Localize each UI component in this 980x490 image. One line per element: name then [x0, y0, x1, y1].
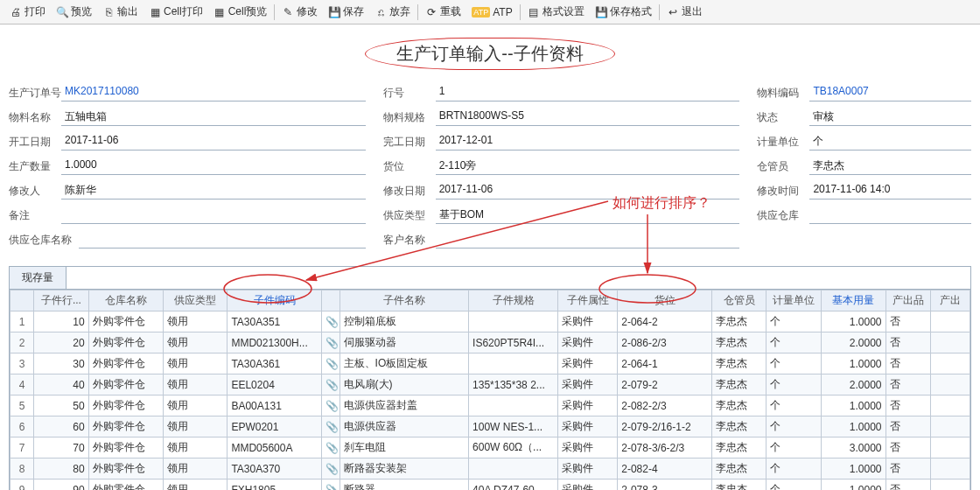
col-header[interactable]: 货位	[618, 290, 712, 312]
remark-field[interactable]	[61, 206, 366, 224]
line-label: 行号	[383, 86, 436, 101]
paperclip-icon: 📎	[322, 438, 340, 458]
location-field[interactable]: 2-110旁	[436, 158, 740, 175]
col-header[interactable]: 产出	[930, 290, 970, 312]
material-code-field[interactable]: TB18A0007	[809, 84, 971, 102]
form-col-right: 物料编码TB18A0007 状态审核 计量单位个 仓管员李忠杰 修改时间2017…	[757, 83, 971, 255]
col-header[interactable]	[322, 290, 340, 312]
col-header[interactable]: 基本用量	[821, 290, 886, 312]
col-header[interactable]: 产出品	[886, 290, 930, 312]
preview-button[interactable]: 🔍预览	[51, 3, 97, 21]
status-label: 状态	[757, 110, 809, 125]
end-date-field[interactable]: 2017-12-01	[436, 133, 740, 150]
uom-field[interactable]: 个	[809, 133, 971, 150]
exit-button[interactable]: ↩退出	[662, 3, 708, 21]
edit-button[interactable]: ✎修改	[276, 3, 323, 21]
mod-time-field[interactable]: 2017-11-06 14:0	[809, 182, 971, 200]
paperclip-icon: 📎	[322, 396, 340, 416]
reload-icon: ⟳	[425, 6, 438, 18]
paperclip-icon: 📎	[322, 458, 340, 480]
col-header[interactable]: 仓库名称	[88, 290, 163, 312]
qty-label: 生产数量	[9, 159, 61, 174]
col-header[interactable]: 子件编码	[228, 290, 322, 312]
table-row[interactable]: 440外购零件仓领用EEL0204📎电风扇(大)135*135*38 2...采…	[10, 374, 970, 396]
cellpreview-button[interactable]: ▦Cell预览	[208, 3, 273, 21]
table-row[interactable]: 110外购零件仓领用TA30A351📎控制箱底板采购件2-064-2李忠杰个1.…	[10, 312, 970, 332]
separator	[417, 4, 418, 20]
saveformat-icon: 💾	[595, 6, 607, 18]
preview-icon: 🔍	[56, 6, 68, 18]
table-row[interactable]: 770外购零件仓领用MMD05600A📎刹车电阻600W 60Ω（...采购件2…	[10, 438, 970, 458]
save-button[interactable]: 💾保存	[323, 3, 369, 21]
table-row[interactable]: 660外购零件仓领用EPW0201📎电源供应器100W NES-1...采购件2…	[10, 416, 970, 438]
tab-stock[interactable]: 现存量	[10, 267, 66, 289]
end-date-label: 完工日期	[383, 135, 436, 150]
keeper-field[interactable]: 李忠杰	[809, 158, 971, 175]
order-no-label: 生产订单号	[9, 86, 61, 101]
material-name-field[interactable]: 五轴电箱	[61, 108, 366, 126]
spec-field[interactable]: BRTN1800WS-S5	[436, 108, 740, 126]
paperclip-icon: 📎	[322, 416, 340, 438]
title-area: 生产订单输入--子件资料	[0, 24, 980, 79]
start-date-label: 开工日期	[9, 135, 61, 150]
exit-icon: ↩	[667, 6, 679, 18]
table-row[interactable]: 990外购零件仓领用FXH1805📎断路器40A DZ47-60采购件2-078…	[10, 480, 970, 491]
table-row[interactable]: 220外购零件仓领用MMD021300H...📎伺服驱动器IS620PT5R4I…	[10, 332, 970, 354]
save-icon: 💾	[328, 6, 340, 18]
material-name-label: 物料名称	[9, 110, 61, 125]
print-button[interactable]: 🖨打印	[4, 3, 51, 21]
mod-date-field[interactable]: 2017-11-06	[436, 182, 740, 200]
supply-wh-name-field[interactable]	[79, 231, 366, 248]
toolbar: 🖨打印 🔍预览 ⎘输出 ▦Cell打印 ▦Cell预览 ✎修改 💾保存 ⎌放弃 …	[0, 0, 980, 24]
customer-field[interactable]	[436, 231, 740, 248]
col-header[interactable]: 子件名称	[340, 290, 468, 312]
pencil-icon: ✎	[282, 6, 294, 18]
separator	[274, 4, 275, 20]
paperclip-icon: 📎	[322, 374, 340, 396]
status-field[interactable]: 审核	[809, 108, 971, 126]
modifier-field[interactable]: 陈新华	[61, 182, 366, 200]
modifier-label: 修改人	[9, 184, 61, 199]
mod-date-label: 修改日期	[383, 184, 436, 199]
paperclip-icon: 📎	[322, 480, 340, 491]
col-header[interactable]: 计量单位	[766, 290, 821, 312]
data-table: 子件行...仓库名称供应类型子件编码子件名称子件规格子件属性货位仓管员计量单位基…	[10, 290, 970, 490]
col-header[interactable]: 子件属性	[558, 290, 618, 312]
form-col-mid: 行号1 物料规格BRTN1800WS-S5 完工日期2017-12-01 货位2…	[383, 83, 740, 255]
order-no-field[interactable]: MK2017110080	[61, 84, 366, 102]
grid: 子件行...仓库名称供应类型子件编码子件名称子件规格子件属性货位仓管员计量单位基…	[9, 289, 971, 490]
supply-wh-field[interactable]	[809, 206, 971, 224]
saveformat-button[interactable]: 💾保存格式	[590, 3, 657, 21]
table-row[interactable]: 330外购零件仓领用TA30A361📎主板、IO板固定板采购件2-064-1李忠…	[10, 354, 970, 374]
format-icon: ▤	[528, 6, 540, 18]
col-header[interactable]: 子件行...	[34, 290, 88, 312]
col-header[interactable]: 子件规格	[469, 290, 558, 312]
supply-wh-name-label: 供应仓库名称	[9, 233, 79, 248]
export-button[interactable]: ⎘输出	[97, 3, 144, 21]
col-header[interactable]: 仓管员	[711, 290, 766, 312]
atp-button[interactable]: ATPATP	[466, 4, 517, 20]
format-button[interactable]: ▤格式设置	[522, 3, 590, 21]
supply-type-field[interactable]: 基于BOM	[436, 206, 740, 224]
table-row[interactable]: 550外购零件仓领用BA00A131📎电源供应器封盖采购件2-082-2/3李忠…	[10, 396, 970, 416]
customer-label: 客户名称	[383, 233, 436, 248]
tab-bar: 现存量	[9, 266, 971, 289]
qty-field[interactable]: 1.0000	[61, 158, 366, 175]
col-header[interactable]: 供应类型	[163, 290, 228, 312]
cellprint-icon: ▦	[149, 6, 161, 18]
paperclip-icon: 📎	[322, 354, 340, 374]
atp-icon: ATP	[472, 7, 490, 18]
reload-button[interactable]: ⟳重载	[420, 3, 466, 21]
start-date-field[interactable]: 2017-11-06	[61, 133, 366, 150]
supply-type-label: 供应类型	[383, 208, 436, 223]
cellprint-button[interactable]: ▦Cell打印	[144, 3, 208, 21]
print-icon: 🖨	[10, 6, 22, 18]
table-row[interactable]: 880外购零件仓领用TA30A370📎断路器安装架采购件2-082-4李忠杰个1…	[10, 458, 970, 480]
line-field[interactable]: 1	[436, 84, 740, 102]
paperclip-icon: 📎	[322, 332, 340, 354]
export-icon: ⎘	[102, 6, 115, 18]
material-code-label: 物料编码	[757, 86, 809, 101]
paperclip-icon: 📎	[322, 312, 340, 332]
uom-label: 计量单位	[757, 135, 809, 150]
discard-button[interactable]: ⎌放弃	[369, 3, 416, 21]
